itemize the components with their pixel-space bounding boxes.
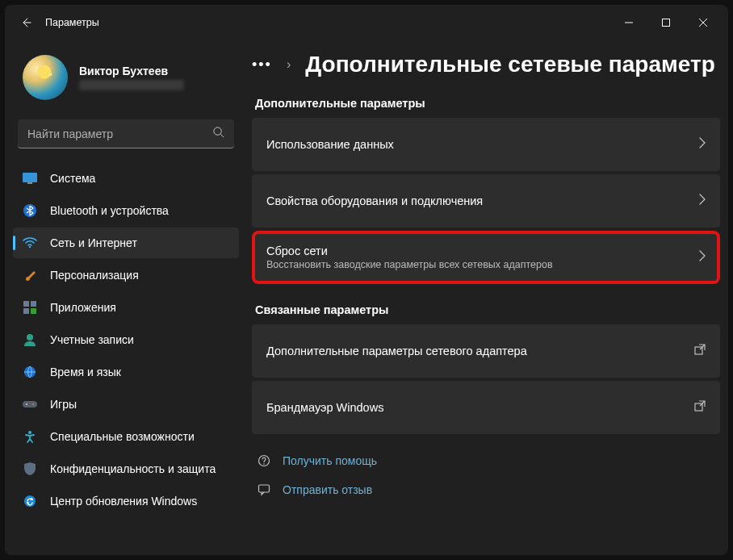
update-icon [23,494,37,508]
chevron-right-icon: › [287,57,291,72]
user-profile[interactable]: Виктор Бухтеев [13,40,239,111]
card-subtitle: Восстановить заводские параметры всех се… [266,259,553,270]
person-icon [23,332,37,347]
svg-rect-21 [259,485,270,492]
sidebar-item-label: Учетные записи [50,333,134,346]
section-header-related: Связанные параметры [255,303,728,316]
link-give-feedback[interactable]: Отправить отзыв [257,483,728,497]
svg-point-10 [27,334,33,341]
svg-rect-2 [23,173,37,182]
monitor-icon [23,171,37,186]
shield-icon [23,462,37,476]
sidebar-item-label: Конфиденциальность и защита [50,462,216,475]
sidebar-item-label: Bluetooth и устройства [50,204,169,217]
svg-rect-7 [31,301,36,307]
brush-icon [23,268,37,282]
card-title: Использование данных [266,138,394,151]
card-windows-firewall[interactable]: Брандмауэр Windows [252,381,720,434]
bluetooth-icon [23,203,37,218]
svg-rect-8 [23,308,29,314]
svg-rect-0 [663,19,670,27]
sidebar-item-label: Приложения [50,301,116,314]
breadcrumb-more[interactable]: ••• [252,56,272,73]
svg-point-5 [29,246,31,248]
svg-point-1 [214,127,221,135]
apps-icon [23,300,37,315]
sidebar-item-label: Система [50,172,95,185]
sidebar-item-apps[interactable]: Приложения [13,292,239,323]
avatar [23,55,68,100]
feedback-icon [257,483,271,497]
card-network-adapter-options[interactable]: Дополнительные параметры сетевого адапте… [252,324,720,378]
accessibility-icon [23,429,37,444]
sidebar-item-accessibility[interactable]: Специальные возможности [13,421,239,452]
sidebar-item-label: Специальные возможности [50,430,195,443]
sidebar-item-network[interactable]: Сеть и Интернет [13,228,239,258]
search-box[interactable] [18,119,234,148]
svg-rect-6 [23,301,29,307]
breadcrumb: ••• › Дополнительные сетевые параметр [252,52,728,77]
svg-point-15 [28,431,31,434]
nav: Система Bluetooth и устройства Сеть и Ин… [13,163,239,516]
card-hardware-connection[interactable]: Свойства оборудования и подключения [252,174,720,228]
sidebar-item-privacy[interactable]: Конфиденциальность и защита [13,453,239,484]
sidebar-item-accounts[interactable]: Учетные записи [13,324,239,355]
svg-rect-3 [27,182,32,184]
help-icon [257,453,271,468]
svg-point-20 [263,463,265,465]
sidebar-item-label: Игры [50,398,77,411]
chevron-right-icon [699,250,706,265]
sidebar-item-system[interactable]: Система [13,163,239,194]
card-title: Свойства оборудования и подключения [266,194,483,207]
section-header-advanced: Дополнительные параметры [255,97,728,110]
link-label: Получить помощь [283,454,377,467]
sidebar-item-personalization[interactable]: Персонализация [13,260,239,290]
link-get-help[interactable]: Получить помощь [257,453,728,468]
link-label: Отправить отзыв [283,483,372,496]
card-title: Брандмауэр Windows [266,401,383,414]
card-title: Дополнительные параметры сетевого адапте… [266,345,527,357]
gamepad-icon [23,397,37,412]
sidebar-item-label: Сеть и Интернет [50,236,137,249]
maximize-button[interactable] [647,10,685,36]
titlebar: Параметры [5,5,728,40]
wifi-icon [23,236,37,250]
page-title: Дополнительные сетевые параметр [305,52,715,77]
sidebar-item-bluetooth[interactable]: Bluetooth и устройства [13,195,239,226]
open-external-icon [694,344,706,358]
content: ••• › Дополнительные сетевые параметр До… [247,40,728,555]
sidebar-item-label: Время и язык [50,366,121,378]
app-title: Параметры [45,17,99,28]
sidebar-item-label: Центр обновления Windows [50,495,197,508]
search-input[interactable] [27,127,212,140]
sidebar-item-label: Персонализация [50,269,139,282]
settings-window: Параметры Виктор Бухтеев Система [5,5,728,555]
card-network-reset[interactable]: Сброс сети Восстановить заводские параме… [252,231,720,284]
sidebar-item-time-language[interactable]: Время и язык [13,357,239,387]
svg-point-14 [32,403,34,405]
chevron-right-icon [699,194,706,208]
chevron-right-icon [699,137,706,152]
minimize-button[interactable] [610,10,647,36]
sidebar: Виктор Бухтеев Система Bluetooth и устро… [5,40,247,555]
svg-rect-12 [23,401,37,407]
back-button[interactable] [11,16,40,29]
user-name: Виктор Бухтеев [79,65,184,77]
globe-icon [23,365,37,379]
svg-rect-9 [31,308,36,314]
open-external-icon [694,400,706,415]
sidebar-item-windows-update[interactable]: Центр обновления Windows [13,486,239,516]
card-title: Сброс сети [266,244,553,257]
close-button[interactable] [685,10,722,36]
svg-point-13 [26,403,27,405]
card-data-usage[interactable]: Использование данных [252,118,720,171]
sidebar-item-gaming[interactable]: Игры [13,389,239,420]
user-email-redacted [79,80,184,90]
search-icon [212,126,224,141]
